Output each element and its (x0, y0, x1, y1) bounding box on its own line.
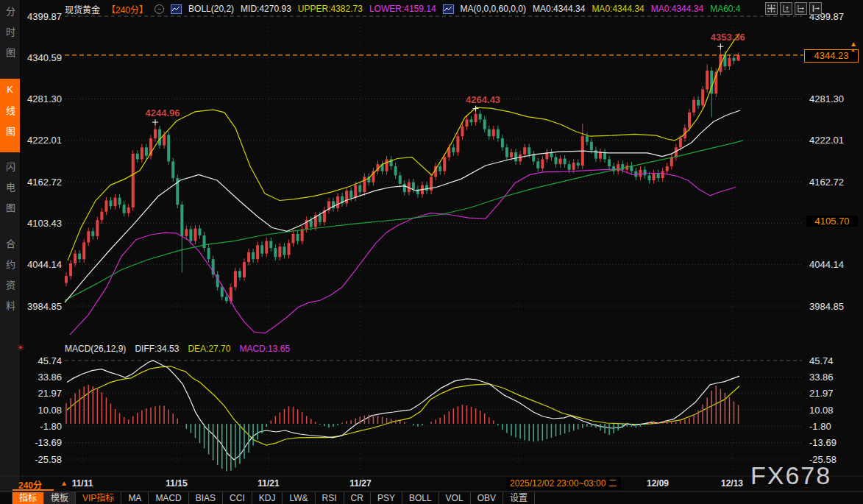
bottom-tab-settings[interactable]: 设置 (503, 492, 535, 504)
candlesticks (65, 49, 740, 305)
price-tick-right: 4222.01 (809, 135, 844, 146)
candle-body (238, 271, 241, 277)
bottom-tab-lw[interactable]: LW& (283, 492, 315, 504)
candle-body (269, 241, 272, 248)
bottom-tab-kdj[interactable]: KDJ (252, 492, 283, 504)
candle-body (536, 161, 539, 168)
bottom-tab-indicator[interactable]: 指标 (12, 492, 44, 504)
price-tick-right: 4281.30 (809, 93, 844, 104)
candle-body (265, 241, 268, 254)
scale-y-icon[interactable] (780, 2, 792, 15)
candle-body (661, 171, 664, 178)
candle-body (466, 119, 469, 126)
bottom-tab-vip-indicator[interactable]: VIP指标 (76, 492, 121, 504)
macd-tick-left: 10.08 (38, 405, 62, 416)
boll-mid-line (65, 110, 740, 302)
boll-lower-value: LOWER:4159.14 (369, 4, 436, 14)
candle-body (296, 234, 299, 241)
bottom-tab-bias[interactable]: BIAS (189, 492, 223, 504)
candle-body (559, 159, 562, 165)
live-indicator-icon: ☀ (16, 342, 25, 353)
candle-body (577, 163, 580, 166)
candle-body (288, 243, 291, 255)
candle-body (274, 248, 277, 257)
price-tick-left: 4222.01 (27, 135, 62, 146)
dea-line (67, 366, 739, 445)
candle-body (532, 155, 535, 161)
bottom-tab-obv[interactable]: OBV (471, 492, 503, 504)
scale-x-icon[interactable] (795, 2, 807, 15)
bottom-tab-template[interactable]: 模板 (44, 492, 76, 504)
candle-body (621, 164, 624, 170)
date-label: 12/13 (721, 478, 743, 489)
bottom-tab-ma[interactable]: MA (121, 492, 149, 504)
macd-tick-left: 33.86 (38, 372, 62, 383)
axis-period-label[interactable]: 240分 (18, 478, 42, 491)
candle-body (292, 234, 295, 243)
ma0-yellow-value: MA0:4344.34 (592, 4, 644, 14)
macd-histogram (66, 385, 739, 472)
bottom-tab-cci[interactable]: CCI (223, 492, 252, 504)
chart-canvas[interactable]: 4399.874399.874340.594340.594281.304281.… (0, 0, 863, 504)
candle-body (185, 229, 188, 235)
collapse-glyph: − (157, 6, 161, 13)
ma-indicator-icon[interactable] (443, 4, 454, 14)
ma60-line (65, 141, 743, 300)
candle-body (608, 159, 611, 166)
candle-body (256, 245, 259, 259)
candle-body (363, 177, 366, 192)
boll-mid-value: MID:4270.93 (241, 4, 291, 14)
candle-body (586, 136, 589, 142)
candle-body (136, 154, 139, 160)
candle-body (74, 254, 77, 263)
bottom-tab-psy[interactable]: PSY (371, 492, 402, 504)
candle-body (247, 252, 250, 262)
candle-body (199, 228, 202, 235)
collapse-icon[interactable]: − (155, 4, 164, 14)
boll-indicator-icon[interactable] (171, 4, 182, 14)
app-window: 分时图 K线图 闪电图 合约资料 现货黄金 【240分】 − BOLL(20,2… (0, 0, 863, 504)
candle-body (488, 129, 491, 136)
candle-body (189, 229, 192, 241)
candle-body (145, 147, 148, 155)
period-label[interactable]: 【240分】 (107, 3, 148, 15)
candle-body (100, 212, 103, 220)
period-up-triangle-icon[interactable]: ▲ (60, 479, 68, 487)
bottom-tab-vol[interactable]: VOL (439, 492, 471, 504)
bottom-tab-macd[interactable]: MACD (149, 492, 188, 504)
candle-time-tooltip: 2025/12/02 23:00~03:00 二 (506, 478, 621, 489)
pan-right-icon[interactable] (809, 2, 822, 15)
symbol-name: 现货黄金 (65, 3, 100, 15)
price-annotation: 4353.36 (711, 32, 745, 43)
candle-body (679, 138, 682, 147)
ma0-magenta-value: MA0:4344.34 (651, 4, 703, 14)
candle-body (590, 142, 593, 150)
macd-title: MACD(26,12,9) (65, 344, 126, 354)
candle-body (564, 159, 567, 165)
crosshair-icon[interactable] (765, 2, 778, 15)
candle-body (692, 100, 695, 113)
candle-body (171, 161, 174, 178)
time-axis: 240分 ▲ 11/1111/1511/2111/2712/0912/13202… (0, 477, 863, 491)
vertical-gridlines (82, 16, 732, 475)
bottom-tab-cr[interactable]: CR (344, 492, 371, 504)
candle-body (461, 127, 464, 136)
bottom-tab-boll[interactable]: BOLL (402, 492, 439, 504)
bottom-tab-rsi[interactable]: RSI (316, 492, 344, 504)
price-tick-left: 4281.30 (27, 93, 62, 104)
ma0-white-value: MA0:4344.34 (533, 4, 585, 14)
candle-body (528, 147, 530, 154)
candle-body (158, 129, 161, 146)
price-tick-left: 4044.14 (27, 259, 62, 270)
candle-body (425, 185, 428, 191)
price-annotation: 4244.96 (146, 107, 180, 118)
candle-body (65, 276, 68, 283)
candle-body (354, 185, 357, 198)
candle-body (141, 147, 143, 159)
candle-body (603, 152, 606, 159)
boll-title: BOLL(20,2) (188, 4, 234, 14)
candle-body (701, 90, 704, 106)
candle-body (345, 191, 348, 203)
macd-tick-right: -1.80 (809, 421, 831, 432)
candle-body (399, 175, 402, 183)
